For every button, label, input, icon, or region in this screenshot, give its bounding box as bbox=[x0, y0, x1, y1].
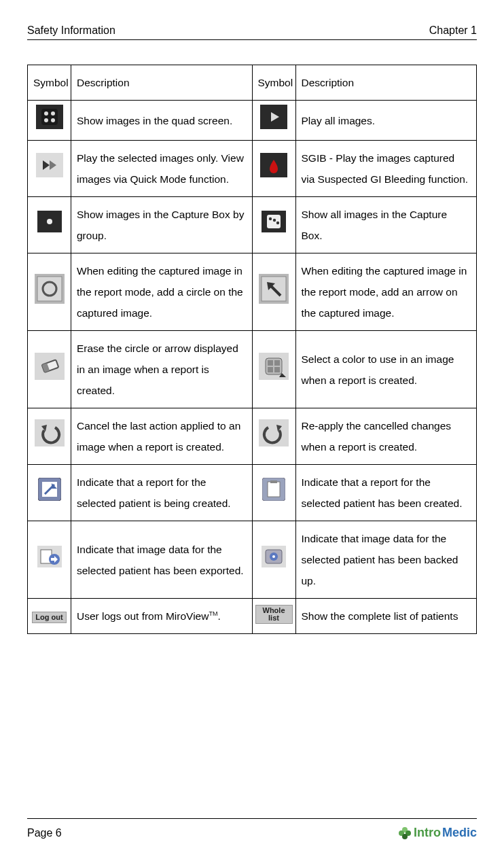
capture-group-icon bbox=[37, 211, 62, 232]
cell-description: Indicate that image data for the selecte… bbox=[71, 521, 253, 599]
cell-description: When editing the captured image in the r… bbox=[295, 253, 477, 331]
play-all-icon bbox=[260, 105, 287, 129]
svg-rect-31 bbox=[268, 360, 273, 366]
cell-description: When editing the captured image in the r… bbox=[71, 253, 253, 331]
table-row: Cancel the last action applied to an ima… bbox=[28, 408, 477, 465]
symbol-description-table: Symbol Description Symbol Description Sh… bbox=[27, 65, 477, 634]
table-row: Show images in the Capture Box by group.… bbox=[28, 197, 477, 253]
cell-description: Show images in the Capture Box by group. bbox=[71, 197, 253, 253]
svg-point-5 bbox=[51, 118, 55, 122]
data-exported-icon bbox=[37, 546, 62, 567]
svg-point-17 bbox=[273, 219, 276, 222]
add-circle-icon bbox=[35, 274, 65, 304]
svg-point-3 bbox=[51, 111, 55, 116]
whole-list-button-icon: Whole list bbox=[255, 605, 293, 624]
clover-icon bbox=[399, 827, 411, 839]
cell-description: Show the complete list of patients bbox=[295, 599, 477, 634]
report-created-icon bbox=[262, 478, 285, 501]
svg-rect-45 bbox=[268, 482, 280, 497]
report-creating-icon bbox=[38, 478, 61, 501]
col-description-2: Description bbox=[295, 65, 477, 101]
cell-description: Indicate that a report for the selected … bbox=[295, 465, 477, 521]
table-row: Show images in the quad screen. Play all… bbox=[28, 101, 477, 141]
page-footer: Page 6 IntroMedic bbox=[27, 818, 477, 840]
cell-description: Select a color to use in an image when a… bbox=[295, 331, 477, 408]
svg-rect-20 bbox=[37, 277, 62, 301]
cell-description: Indicate that a report for the selected … bbox=[71, 465, 253, 521]
svg-point-16 bbox=[269, 217, 272, 220]
page-number: Page 6 bbox=[27, 827, 62, 839]
svg-point-13 bbox=[47, 219, 52, 224]
svg-rect-46 bbox=[270, 480, 277, 483]
cell-description: Show all images in the Capture Box. bbox=[295, 197, 477, 253]
redo-icon bbox=[259, 419, 289, 446]
undo-icon bbox=[35, 419, 65, 446]
svg-rect-34 bbox=[274, 367, 280, 372]
svg-point-54 bbox=[272, 555, 275, 558]
cell-description: Erase the circle or arrow displayed in a… bbox=[71, 331, 253, 408]
table-header-row: Symbol Description Symbol Description bbox=[28, 65, 477, 101]
cell-description: Re-apply the cancelled changes when a re… bbox=[295, 408, 477, 465]
page-header: Safety Information Chapter 1 bbox=[27, 24, 477, 40]
svg-point-4 bbox=[44, 118, 48, 122]
cell-description: Indicate that image data for the selecte… bbox=[295, 521, 477, 599]
svg-rect-32 bbox=[274, 360, 280, 366]
svg-rect-33 bbox=[268, 367, 273, 372]
cell-description: Play all images. bbox=[295, 101, 477, 141]
cell-description: Show images in the quad screen. bbox=[71, 101, 253, 141]
table-row: Indicate that a report for the selected … bbox=[28, 465, 477, 521]
brand-logo: IntroMedic bbox=[399, 826, 477, 840]
col-symbol-2: Symbol bbox=[252, 65, 295, 101]
data-backed-up-icon bbox=[262, 546, 286, 567]
svg-rect-15 bbox=[267, 215, 281, 228]
quad-screen-icon bbox=[36, 105, 63, 129]
cell-description: SGIB - Play the images captured via Susp… bbox=[295, 141, 477, 197]
eraser-icon bbox=[35, 353, 65, 380]
col-description-1: Description bbox=[71, 65, 253, 101]
table-row: Indicate that image data for the selecte… bbox=[28, 521, 477, 599]
table-row: Erase the circle or arrow displayed in a… bbox=[28, 331, 477, 408]
table-row: Log out User logs out from MiroViewTM. W… bbox=[28, 599, 477, 634]
play-selected-quick-icon bbox=[36, 153, 63, 177]
table-row: When editing the captured image in the r… bbox=[28, 253, 477, 331]
sgib-bleeding-icon bbox=[260, 153, 287, 177]
svg-point-18 bbox=[276, 222, 279, 224]
logout-button-icon: Log out bbox=[32, 612, 66, 623]
header-right: Chapter 1 bbox=[429, 24, 477, 37]
cell-description: Cancel the last action applied to an ima… bbox=[71, 408, 253, 465]
table-row: Play the selected images only. View imag… bbox=[28, 141, 477, 197]
capture-all-icon bbox=[262, 211, 286, 232]
svg-point-2 bbox=[44, 111, 48, 116]
svg-rect-1 bbox=[41, 109, 58, 125]
cell-description: User logs out from MiroViewTM. bbox=[71, 599, 253, 634]
color-picker-icon bbox=[259, 353, 289, 380]
trademark-symbol: TM bbox=[209, 610, 217, 617]
col-symbol-1: Symbol bbox=[28, 65, 71, 101]
cell-description: Play the selected images only. View imag… bbox=[71, 141, 253, 197]
header-left: Safety Information bbox=[27, 24, 115, 37]
add-arrow-icon bbox=[259, 274, 289, 304]
